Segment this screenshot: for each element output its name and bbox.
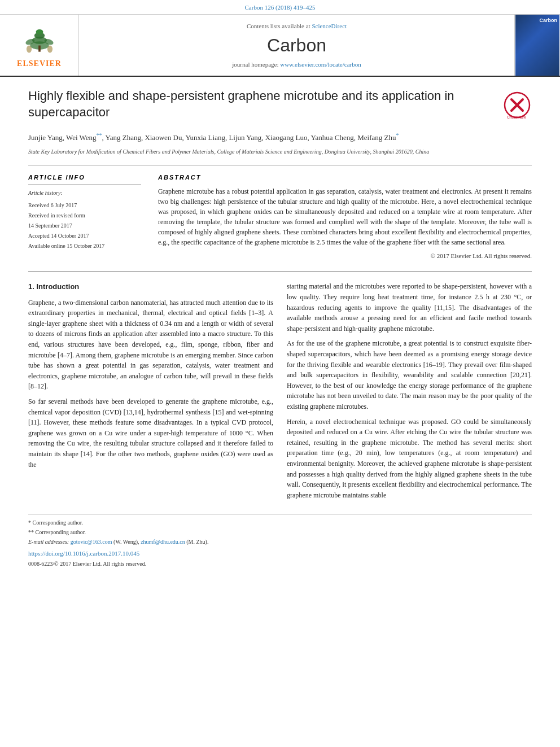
intro-para-4: As for the use of the graphene microtube… — [287, 338, 532, 412]
article-info-column: Article info Article history: Received 6… — [28, 173, 141, 261]
journal-header: ELSEVIER Contents lists available at Sci… — [0, 15, 560, 77]
issn-line: 0008-6223/© 2017 Elsevier Ltd. All right… — [28, 560, 532, 568]
elsevier-tree-icon — [17, 22, 62, 56]
citation-bar: Carbon 126 (2018) 419–425 — [0, 0, 560, 15]
svg-point-3 — [36, 29, 43, 34]
svg-rect-4 — [38, 45, 41, 51]
crossmark-badge: CrossMark — [504, 90, 532, 123]
footnotes: * Corresponding author. ** Corresponding… — [28, 514, 532, 567]
svg-point-8 — [47, 45, 52, 53]
journal-cover: Carbon — [515, 15, 560, 76]
abstract-column: Abstract Graphene microtube has a robust… — [158, 173, 532, 261]
cover-label: Carbon — [540, 17, 558, 24]
received-date: Received 6 July 2017 — [28, 200, 141, 211]
copyright-text: © 2017 Elsevier Ltd. All rights reserved… — [158, 252, 532, 260]
intro-para-3: starting material and the microtubes wer… — [287, 281, 532, 334]
svg-text:CrossMark: CrossMark — [507, 115, 526, 119]
email2-link[interactable]: zhumf@dhu.edu.cn — [141, 539, 185, 545]
accepted-date: Accepted 14 October 2017 — [28, 231, 141, 241]
article-history-label: Article history: — [28, 189, 141, 197]
intro-left-text: Graphene, a two-dimensional carbon nanom… — [28, 298, 273, 470]
affiliation-text: State Key Laboratory for Modification of… — [28, 147, 532, 156]
intro-section-title: 1. Introduction — [28, 281, 273, 292]
journal-name: Carbon — [267, 33, 326, 58]
sciencedirect-link[interactable]: ScienceDirect — [312, 23, 347, 29]
section-divider — [28, 272, 532, 272]
intro-para-1: Graphene, a two-dimensional carbon nanom… — [28, 298, 273, 392]
title-section: Highly flexible and shape-persistent gra… — [28, 88, 532, 123]
info-abstract-section: Article info Article history: Received 6… — [28, 165, 532, 261]
revised-date: Received in revised form Received in rev… — [28, 211, 141, 231]
available-date: Available online 15 October 2017 — [28, 241, 141, 251]
sciencedirect-line: Contents lists available at ScienceDirec… — [247, 22, 347, 30]
intro-para-2: So far several methods have been develop… — [28, 396, 273, 470]
journal-homepage-line: journal homepage: www.elsevier.com/locat… — [232, 60, 361, 69]
article-title: Highly flexible and shape-persistent gra… — [28, 88, 495, 120]
abstract-text: Graphene microtube has a robust potentia… — [158, 186, 532, 247]
article-content: Highly flexible and shape-persistent gra… — [0, 77, 560, 580]
email1-link[interactable]: gotovic@163.com — [71, 539, 112, 545]
journal-cover-image: Carbon — [515, 15, 559, 76]
intro-right-column: starting material and the microtubes wer… — [287, 281, 532, 505]
doi-link[interactable]: https://doi.org/10.1016/j.carbon.2017.10… — [28, 550, 139, 557]
svg-point-7 — [26, 45, 31, 53]
email-line: E-mail addresses: gotovic@163.com (W. We… — [28, 538, 532, 546]
corresponding-double: ** Corresponding author. — [28, 528, 532, 536]
abstract-title: Abstract — [158, 173, 532, 182]
elsevier-logo: ELSEVIER — [0, 15, 79, 76]
intro-para-5: Herein, a novel electrochemical techniqu… — [287, 417, 532, 501]
homepage-url[interactable]: www.elsevier.com/locate/carbon — [280, 61, 361, 68]
intro-right-text: starting material and the microtubes wer… — [287, 281, 532, 500]
article-info-title: Article info — [28, 173, 141, 185]
elsevier-brand-text: ELSEVIER — [17, 58, 62, 69]
corresponding-single: * Corresponding author. — [28, 519, 532, 527]
journal-center: Contents lists available at ScienceDirec… — [79, 15, 515, 76]
crossmark-icon: CrossMark — [504, 90, 531, 120]
authors-line: Junjie Yang, Wei Weng**, Yang Zhang, Xia… — [28, 131, 532, 144]
introduction-section: 1. Introduction Graphene, a two-dimensio… — [28, 281, 532, 505]
intro-left-column: 1. Introduction Graphene, a two-dimensio… — [28, 281, 273, 505]
citation-text: Carbon 126 (2018) 419–425 — [245, 4, 316, 11]
article-dates: Received 6 July 2017 Received in revised… — [28, 200, 141, 251]
